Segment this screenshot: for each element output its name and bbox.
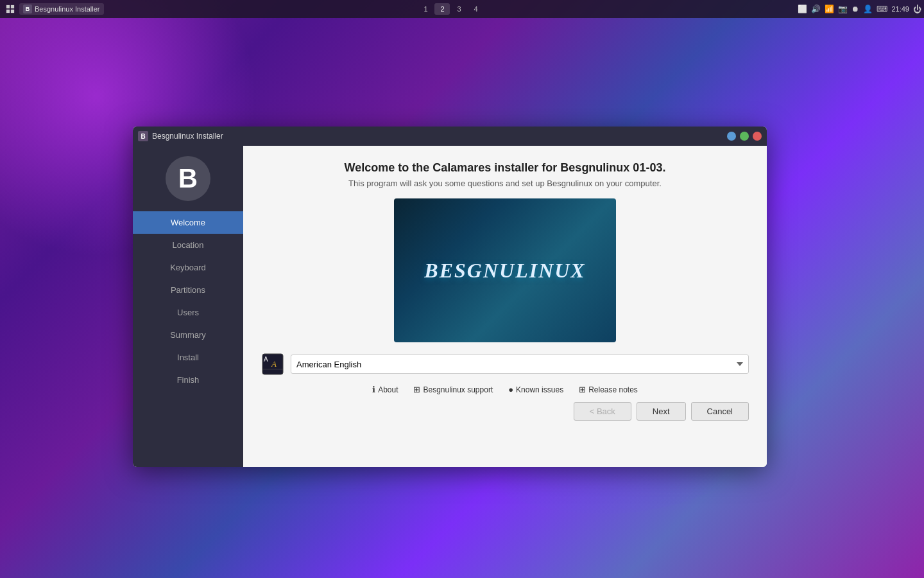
language-select[interactable]: American English English (UK) Español Fr…: [291, 355, 749, 374]
sidebar-item-keyboard[interactable]: Keyboard: [133, 256, 243, 279]
window-titlebar: B Besgnulinux Installer: [133, 127, 767, 146]
sidebar-item-users[interactable]: Users: [133, 301, 243, 324]
workspace-switcher: 1 2 3 4: [418, 3, 483, 15]
language-icon: A A: [261, 353, 284, 376]
footer-links: ℹ About ⊞ Besgnulinux support ● Known is…: [261, 385, 749, 394]
svg-rect-2: [6, 10, 10, 13]
window-title-text: Besgnulinux Installer: [152, 132, 223, 141]
camera-icon[interactable]: 📷: [838, 4, 848, 13]
sidebar-item-finish[interactable]: Finish: [133, 369, 243, 391]
taskbar: B Besgnulinux Installer 1 2 3 4 ⬜ 🔊 📶 📷 …: [0, 0, 924, 18]
sidebar-item-welcome[interactable]: Welcome: [133, 211, 243, 234]
about-link[interactable]: ℹ About: [372, 385, 398, 394]
welcome-subtitle: This program will ask you some questions…: [261, 179, 749, 188]
cancel-button[interactable]: Cancel: [691, 402, 749, 421]
sidebar-logo: B: [166, 156, 210, 201]
taskbar-window-item[interactable]: B Besgnulinux Installer: [19, 3, 104, 15]
svg-rect-0: [6, 5, 10, 8]
sidebar: B Welcome Location Keyboard Partitions U…: [133, 146, 243, 467]
network-icon[interactable]: 📶: [825, 4, 834, 13]
release-notes-link[interactable]: ⊞ Release notes: [579, 385, 638, 394]
svg-text:A: A: [264, 356, 268, 363]
keyboard-icon[interactable]: ⌨: [877, 4, 887, 13]
workspace-4[interactable]: 4: [468, 3, 483, 15]
besgnulinux-support-link[interactable]: ⊞ Besgnulinux support: [413, 385, 493, 394]
sidebar-navigation: Welcome Location Keyboard Partitions Use…: [133, 211, 243, 391]
system-tray: ⬜ 🔊 📶 📷 ⏺ 👤 ⌨ 21:49 ⏻: [798, 4, 921, 14]
record-icon[interactable]: ⏺: [851, 4, 859, 13]
release-notes-label: Release notes: [588, 385, 638, 394]
back-button[interactable]: < Back: [574, 402, 631, 421]
sidebar-logo-letter: B: [178, 163, 198, 194]
button-row: < Back Next Cancel: [261, 402, 749, 421]
window-controls: [727, 132, 762, 141]
maximize-button[interactable]: [740, 132, 749, 141]
taskbar-window-icon: B: [23, 4, 32, 13]
known-issues-link[interactable]: ● Known issues: [508, 385, 563, 394]
volume-icon[interactable]: 🔊: [811, 4, 821, 13]
user-icon[interactable]: 👤: [863, 4, 873, 13]
display-icon[interactable]: ⬜: [798, 4, 807, 13]
support-label: Besgnulinux support: [423, 385, 493, 394]
release-notes-icon: ⊞: [579, 385, 586, 394]
minimize-button[interactable]: [727, 132, 736, 141]
close-button[interactable]: [753, 132, 762, 141]
support-icon: ⊞: [413, 385, 420, 394]
main-content: Welcome to the Calamares installer for B…: [243, 146, 767, 467]
workspace-1[interactable]: 1: [418, 3, 433, 15]
power-button[interactable]: ⏻: [913, 4, 921, 14]
svg-rect-3: [11, 10, 14, 13]
about-icon: ℹ: [372, 385, 375, 394]
title-app-icon: B: [138, 131, 148, 141]
installer-window: B Besgnulinux Installer B Welcome Locati…: [133, 127, 767, 467]
sidebar-item-summary[interactable]: Summary: [133, 324, 243, 346]
svg-rect-1: [11, 5, 14, 8]
svg-text:A: A: [271, 359, 277, 369]
sidebar-item-location[interactable]: Location: [133, 234, 243, 256]
titlebar-left: B Besgnulinux Installer: [138, 131, 223, 141]
brand-image: BESGNULINUX: [394, 198, 616, 342]
workspace-3[interactable]: 3: [451, 3, 466, 15]
language-row: A A American English English (UK) Españo…: [261, 353, 749, 376]
system-clock[interactable]: 21:49: [891, 5, 909, 13]
next-button[interactable]: Next: [637, 402, 686, 421]
known-issues-label: Known issues: [516, 385, 563, 394]
welcome-title: Welcome to the Calamares installer for B…: [261, 161, 749, 175]
taskbar-window-label: Besgnulinux Installer: [35, 5, 100, 13]
workspace-2[interactable]: 2: [434, 3, 450, 15]
about-label: About: [378, 385, 398, 394]
known-issues-icon: ●: [508, 385, 513, 394]
brand-image-text: BESGNULINUX: [424, 259, 585, 283]
apps-menu-button[interactable]: [3, 1, 18, 17]
sidebar-item-partitions[interactable]: Partitions: [133, 279, 243, 301]
sidebar-item-install[interactable]: Install: [133, 346, 243, 369]
window-body: B Welcome Location Keyboard Partitions U…: [133, 146, 767, 467]
